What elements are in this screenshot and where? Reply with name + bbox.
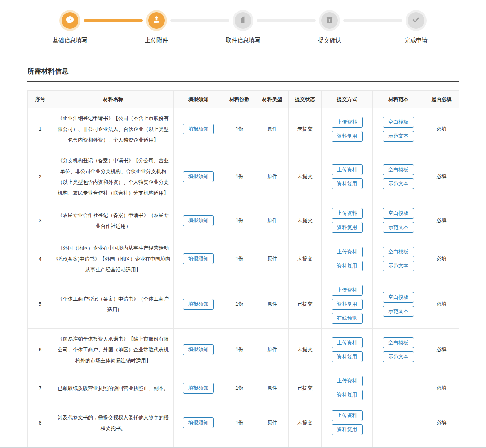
row-number: 6	[28, 329, 53, 371]
table-row: 6《简易注销全体投资人承诺书》【除上市股份有限公司、个体工商户、外国（地区）企业…	[28, 329, 459, 371]
notice-cell: 填报须知	[174, 108, 223, 150]
column-header-required: 是否必填	[424, 91, 459, 108]
notice-cell: 填报须知	[174, 203, 223, 238]
submit-status: 未提交	[289, 238, 322, 280]
notice-cell: 填报须知	[174, 329, 223, 371]
section-title: 所需材料信息	[27, 67, 69, 75]
material-name: 《分支机构登记（备案）申请书》【分公司、营业单位、非公司企业分支机构、合伙企业分…	[53, 150, 174, 203]
step-label: 基础信息填写	[53, 37, 87, 44]
table-row: 4《外国（地区）企业在中国境内从事生产经营活动登记(备案)申请书》【外国（地区）…	[28, 238, 459, 280]
row-number: 2	[28, 150, 53, 203]
sample-text-button[interactable]: 示范文本	[383, 131, 414, 142]
upload-material-button[interactable]: 上传资料	[332, 164, 363, 175]
online-preview-button[interactable]: 在线预览	[332, 313, 363, 324]
material-type: 原件	[256, 371, 289, 405]
filling-notice-button[interactable]: 填报须知	[183, 344, 214, 355]
upload-material-button[interactable]: 上传资料	[332, 337, 363, 348]
column-header-material-name: 材料名称	[53, 91, 174, 108]
main-content: 所需材料信息 序号 材料名称 填报须知 材料份数 材料类型 提交状态 提交方式 …	[27, 67, 459, 448]
submit-method-cell: 上传资料资料复用在线预览	[322, 280, 373, 329]
blank-template-button[interactable]: 空白模板	[383, 337, 414, 348]
submit-status: 已提交	[289, 371, 322, 405]
chat-icon	[65, 15, 75, 26]
blank-template-button[interactable]: 空白模板	[383, 247, 414, 257]
reuse-material-button[interactable]: 资料复用	[332, 424, 363, 435]
sample-text-button[interactable]: 示范文本	[383, 261, 414, 271]
blank-template-button[interactable]: 空白模板	[383, 117, 414, 128]
submit-method-cell: 上传资料资料复用	[322, 405, 373, 440]
reuse-material-button[interactable]: 资料复用	[332, 299, 363, 310]
reuse-material-button[interactable]: 资料复用	[332, 390, 363, 400]
filling-notice-button[interactable]: 填报须知	[183, 171, 214, 182]
upload-material-button[interactable]: 上传资料	[332, 247, 363, 257]
template-cell: 空白模板示范文本	[373, 203, 424, 238]
upload-material-button[interactable]: 上传资料	[332, 410, 363, 421]
material-copies: 1份	[223, 238, 256, 280]
submit-status: 未提交	[289, 329, 322, 371]
material-type: 原件	[256, 108, 289, 150]
step-label: 提交确认	[318, 37, 341, 44]
material-type: 原件	[256, 329, 289, 371]
step-circle	[408, 12, 424, 29]
sample-text-button[interactable]: 示范文本	[383, 222, 414, 233]
reuse-material-button[interactable]: 资料复用	[332, 222, 363, 233]
material-copies: 1份	[223, 150, 256, 203]
filling-notice-button[interactable]: 填报须知	[183, 417, 214, 428]
sample-text-button[interactable]: 示范文本	[383, 306, 414, 317]
submit-method-cell: 上传资料资料复用	[322, 440, 373, 448]
upload-material-button[interactable]: 上传资料	[332, 376, 363, 386]
column-header-notice: 填报须知	[174, 91, 223, 108]
sample-text-button[interactable]: 示范文本	[383, 351, 414, 362]
filling-notice-button[interactable]: 填报须知	[183, 215, 214, 226]
table-row: 3《农民专业合作社登记（备案）申请书》（农民专业合作社适用）填报须知1份原件未提…	[28, 203, 459, 238]
reuse-material-button[interactable]: 资料复用	[332, 131, 363, 142]
blank-template-button[interactable]: 空白模板	[383, 208, 414, 219]
required-flag: 必填	[424, 329, 459, 371]
table-row: 9提交材料、公证认证文书为外文的，应附加盖翻译单位公章的中文翻译件，由翻译单位注…	[28, 440, 459, 448]
step-upload-attachments: 上传附件	[113, 10, 200, 44]
notice-cell: 填报须知	[174, 238, 223, 280]
step-basic-info: 基础信息填写	[27, 10, 113, 44]
step-pickup-info: 取件信息填写	[200, 10, 286, 44]
filling-notice-button[interactable]: 填报须知	[183, 299, 214, 310]
material-name: 《外国（地区）企业在中国境内从事生产经营活动登记(备案)申请书》【外国（地区）企…	[53, 238, 174, 280]
upload-material-button[interactable]: 上传资料	[332, 117, 363, 128]
submit-method-cell: 上传资料资料复用	[322, 329, 373, 371]
upload-material-button[interactable]: 上传资料	[332, 285, 363, 296]
required-flag: 必填	[424, 440, 459, 448]
filling-notice-button[interactable]: 填报须知	[183, 124, 214, 134]
sample-text-button[interactable]: 示范文本	[383, 178, 414, 189]
blank-template-button[interactable]: 空白模板	[383, 292, 414, 303]
reuse-material-button[interactable]: 资料复用	[332, 351, 363, 362]
upload-icon	[152, 15, 161, 26]
template-cell: 空白模板示范文本	[373, 280, 424, 329]
filling-notice-button[interactable]: 填报须知	[183, 253, 214, 264]
material-type: 原件	[256, 150, 289, 203]
required-flag: 必填	[424, 108, 459, 150]
step-label: 上传附件	[145, 37, 168, 44]
column-header-template: 材料范本	[373, 91, 424, 108]
submit-method-cell: 上传资料资料复用	[322, 150, 373, 203]
submit-status: 未提交	[289, 108, 322, 150]
submit-status: 已提交	[289, 280, 322, 329]
row-number: 9	[28, 440, 53, 448]
material-type: 原件	[256, 238, 289, 280]
filling-notice-button[interactable]: 填报须知	[183, 383, 214, 394]
required-flag: 必填	[424, 238, 459, 280]
reuse-material-button[interactable]: 资料复用	[332, 261, 363, 271]
submit-box-icon	[325, 15, 334, 26]
notice-cell: 填报须知	[174, 405, 223, 440]
template-cell	[373, 371, 424, 405]
blank-template-button[interactable]: 空白模板	[383, 164, 414, 175]
submit-status: 未提交	[289, 440, 322, 448]
material-name: 提交材料、公证认证文书为外文的，应附加盖翻译单位公章的中文翻译件，由翻译单位注明…	[53, 440, 174, 448]
reuse-material-button[interactable]: 资料复用	[332, 178, 363, 189]
table-row: 8涉及代签文书的，需提交授权人委托他人签字的授权委托书。填报须知1份原件未提交上…	[28, 405, 459, 440]
top-accent-line	[0, 1, 486, 1]
template-cell: 空白模板示范文本	[373, 108, 424, 150]
material-type: 原件	[256, 440, 289, 448]
notice-cell: 填报须知	[174, 371, 223, 405]
upload-material-button[interactable]: 上传资料	[332, 208, 363, 219]
notice-cell: 填报须知	[174, 440, 223, 448]
section-header: 所需材料信息	[27, 67, 459, 82]
